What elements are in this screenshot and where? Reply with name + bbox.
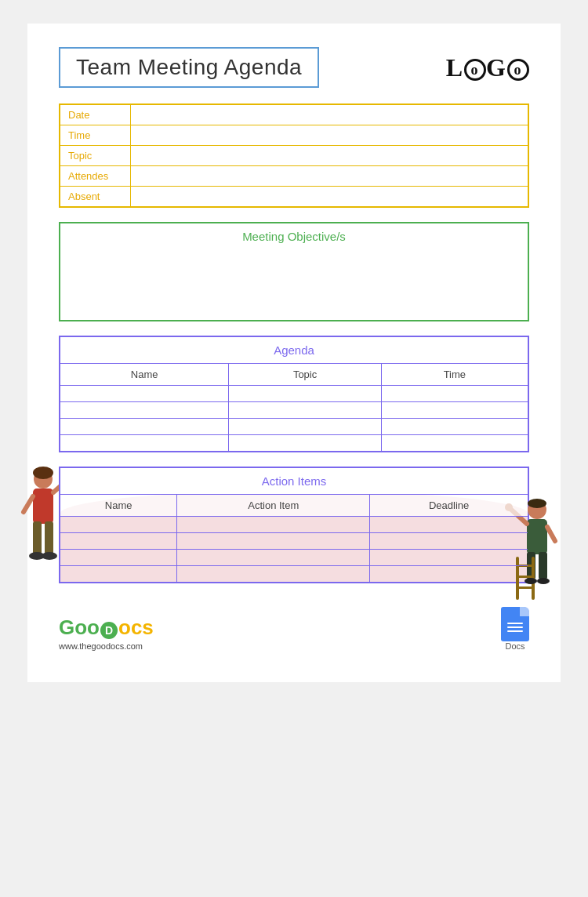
agenda-col-topic: Topic (229, 364, 381, 386)
agenda-cell-topic (229, 435, 381, 452)
header: Team Meeting Agenda LoGo (59, 47, 529, 88)
action-cell-name (60, 566, 177, 583)
docs-label: Docs (505, 641, 524, 651)
info-table-row: Time (60, 125, 528, 146)
agenda-cell-name (60, 435, 229, 452)
info-value (130, 125, 528, 146)
svg-point-12 (528, 499, 546, 508)
action-col-name: Name (60, 495, 177, 517)
objectives-title: Meeting Objective/s (60, 223, 528, 249)
info-value (130, 166, 528, 187)
gooddocs-logo: GooDocs www.thegoodocs.com (59, 616, 154, 651)
svg-rect-2 (33, 488, 53, 524)
page-title: Team Meeting Agenda (59, 47, 319, 88)
info-label: Date (60, 104, 130, 125)
footer: GooDocs www.thegoodocs.com Docs (59, 599, 529, 651)
brand-goo: Goo (59, 616, 100, 639)
action-items-title: Action Items (60, 468, 528, 495)
logo-o2: o (507, 59, 529, 81)
svg-line-4 (24, 496, 33, 512)
agenda-cell-time (381, 419, 528, 435)
action-row (60, 550, 528, 566)
agenda-col-name: Name (60, 364, 229, 386)
agenda-cell-topic (229, 419, 381, 435)
action-items-section: Action Items Name Action Item Deadline (59, 467, 529, 583)
info-table: DateTimeTopicAttendesAbsent (59, 104, 529, 208)
agenda-cell-time (381, 402, 528, 419)
action-row (60, 566, 528, 583)
brand-d: D (100, 622, 118, 639)
action-col-deadline: Deadline (370, 495, 528, 517)
svg-point-1 (33, 467, 53, 479)
agenda-col-time: Time (381, 364, 528, 386)
agenda-cell-time (381, 435, 528, 452)
info-table-row: Attendes (60, 166, 528, 187)
docs-line-1 (507, 623, 523, 624)
agenda-cell-name (60, 386, 229, 402)
action-cell-action (177, 517, 370, 533)
svg-rect-17 (539, 552, 547, 579)
info-table-row: Topic (60, 146, 528, 166)
agenda-cell-name (60, 402, 229, 419)
action-col-item: Action Item (177, 495, 370, 517)
action-row (60, 517, 528, 533)
docs-icon-lines (507, 623, 523, 632)
brand-docs: ocs (118, 616, 154, 639)
agenda-table: Agenda Name Topic Time (59, 336, 529, 452)
agenda-cell-topic (229, 402, 381, 419)
agenda-cell-topic (229, 386, 381, 402)
page: Team Meeting Agenda LoGo DateTimeTopicAt… (27, 24, 561, 682)
svg-point-24 (537, 578, 550, 584)
agenda-cell-time (381, 386, 528, 402)
action-cell-deadline (370, 533, 528, 550)
action-items-wrapper: Action Items Name Action Item Deadline (59, 467, 529, 583)
info-table-row: Absent (60, 187, 528, 208)
brand-name: GooDocs (59, 616, 154, 640)
action-cell-deadline (370, 550, 528, 566)
action-cell-action (177, 566, 370, 583)
agenda-row (60, 402, 528, 419)
svg-line-15 (547, 527, 555, 541)
brand-url: www.thegoodocs.com (59, 641, 154, 651)
agenda-title: Agenda (60, 336, 528, 364)
info-label: Absent (60, 187, 130, 208)
docs-icon: Docs (501, 607, 529, 651)
info-label: Time (60, 125, 130, 146)
action-cell-name (60, 517, 177, 533)
agenda-row (60, 386, 528, 402)
svg-rect-22 (516, 586, 535, 589)
info-label: Attendes (60, 166, 130, 187)
action-cell-action (177, 550, 370, 566)
info-value (130, 146, 528, 166)
svg-rect-5 (33, 521, 42, 554)
logo: LoGo (446, 53, 529, 82)
action-cell-deadline (370, 566, 528, 583)
logo-o: o (464, 59, 486, 81)
docs-line-2 (507, 626, 523, 628)
info-table-row: Date (60, 104, 528, 125)
agenda-row (60, 419, 528, 435)
docs-icon-img (501, 607, 529, 641)
agenda-row (60, 435, 528, 452)
action-cell-name (60, 550, 177, 566)
objectives-body (60, 249, 528, 320)
action-row (60, 533, 528, 550)
action-cell-name (60, 533, 177, 550)
agenda-cell-name (60, 419, 229, 435)
info-label: Topic (60, 146, 130, 166)
objectives-section: Meeting Objective/s (59, 222, 529, 321)
info-value (130, 187, 528, 208)
svg-rect-6 (45, 521, 53, 554)
info-value (130, 104, 528, 125)
action-cell-deadline (370, 517, 528, 533)
action-cell-action (177, 533, 370, 550)
svg-rect-13 (527, 519, 547, 554)
docs-line-3 (507, 630, 523, 632)
svg-point-8 (42, 552, 57, 560)
